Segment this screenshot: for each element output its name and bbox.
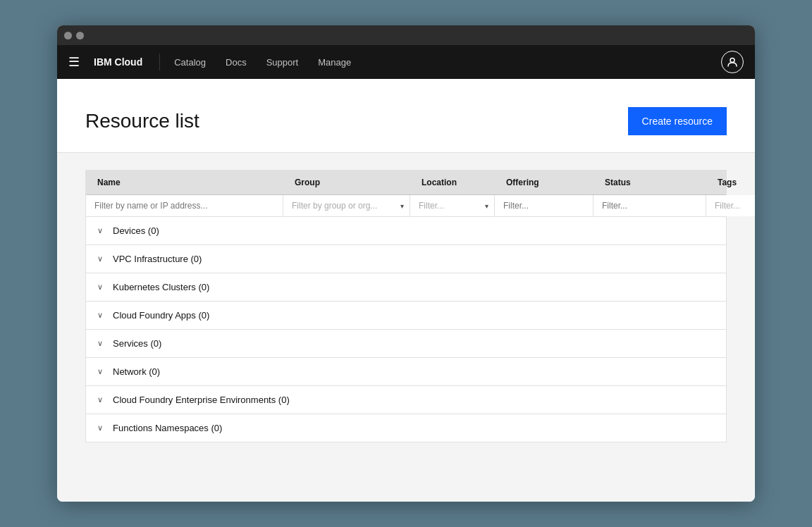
nav-link-catalog[interactable]: Catalog <box>166 45 214 79</box>
filter-group-select[interactable]: Filter by group or org... <box>283 195 410 216</box>
category-row-services[interactable]: ∨ Services (0) <box>86 330 726 358</box>
category-row-cf-enterprise[interactable]: ∨ Cloud Foundry Enterprise Environments … <box>86 386 726 414</box>
chevron-right-icon: ∨ <box>97 311 107 320</box>
filter-location-wrap: Filter... ▾ <box>410 195 495 216</box>
hamburger-menu-icon[interactable]: ☰ <box>68 54 88 70</box>
category-row-vpc[interactable]: ∨ VPC Infrastructure (0) <box>86 245 726 273</box>
browser-titlebar <box>57 25 755 45</box>
filter-tags-wrap: Filter... ▾ <box>706 195 755 216</box>
filter-offering-input[interactable] <box>495 195 593 216</box>
browser-dot-2 <box>76 32 84 39</box>
category-label-vpc: VPC Infrastructure (0) <box>113 254 202 264</box>
browser-window: ☰ IBM Cloud Catalog Docs Support Manage … <box>57 25 755 502</box>
chevron-right-icon: ∨ <box>97 226 107 235</box>
col-header-location: Location <box>410 170 495 194</box>
chevron-right-icon: ∨ <box>97 283 107 292</box>
category-label-services: Services (0) <box>113 338 161 349</box>
category-label-cf-apps: Cloud Foundry Apps (0) <box>113 310 209 321</box>
chevron-right-icon: ∨ <box>97 423 107 433</box>
filter-row: Filter by group or org... ▾ Filter... ▾ <box>86 195 726 217</box>
category-label-kubernetes: Kubernetes Clusters (0) <box>113 282 209 292</box>
nav-link-support[interactable]: Support <box>258 45 307 79</box>
col-header-name: Name <box>86 170 283 194</box>
chevron-right-icon: ∨ <box>97 339 107 348</box>
main-content: Resource list Create resource Name Group… <box>57 79 755 502</box>
navbar-divider <box>159 54 160 70</box>
category-row-functions[interactable]: ∨ Functions Namespaces (0) <box>86 414 726 442</box>
col-header-group: Group <box>283 170 410 194</box>
category-row-devices[interactable]: ∨ Devices (0) <box>86 217 726 245</box>
filter-group-wrap: Filter by group or org... ▾ <box>283 195 410 216</box>
nav-link-docs[interactable]: Docs <box>217 45 255 79</box>
filter-tags-select[interactable]: Filter... <box>706 195 755 216</box>
category-row-network[interactable]: ∨ Network (0) <box>86 358 726 386</box>
chevron-right-icon: ∨ <box>97 367 107 376</box>
chevron-right-icon: ∨ <box>97 254 107 264</box>
category-label-devices: Devices (0) <box>113 225 159 236</box>
category-row-kubernetes[interactable]: ∨ Kubernetes Clusters (0) <box>86 273 726 302</box>
browser-dot-1 <box>64 32 72 39</box>
filter-name-input[interactable] <box>86 195 283 216</box>
category-row-cf-apps[interactable]: ∨ Cloud Foundry Apps (0) <box>86 302 726 330</box>
table-header-row: Name Group Location Offering Status Tags <box>86 170 726 195</box>
page-header: Resource list Create resource <box>57 79 755 153</box>
page-title: Resource list <box>85 110 199 132</box>
svg-point-0 <box>730 58 734 63</box>
navbar-links: Catalog Docs Support Manage <box>166 45 721 79</box>
navbar: ☰ IBM Cloud Catalog Docs Support Manage <box>57 45 755 79</box>
filter-location-select[interactable]: Filter... <box>410 195 494 216</box>
col-header-status: Status <box>593 170 706 194</box>
category-label-cf-enterprise: Cloud Foundry Enterprise Environments (0… <box>113 395 290 405</box>
resource-table: Name Group Location Offering Status Tags… <box>85 170 727 442</box>
nav-link-manage[interactable]: Manage <box>309 45 359 79</box>
create-resource-button[interactable]: Create resource <box>628 107 727 135</box>
category-label-network: Network (0) <box>113 366 160 377</box>
chevron-right-icon: ∨ <box>97 395 107 404</box>
filter-status-input[interactable] <box>593 195 706 216</box>
col-header-offering: Offering <box>495 170 593 194</box>
user-account-icon[interactable] <box>721 51 744 73</box>
category-label-functions: Functions Namespaces (0) <box>113 423 222 433</box>
col-header-tags: Tags <box>706 170 755 194</box>
brand-logo: IBM Cloud <box>88 56 154 68</box>
